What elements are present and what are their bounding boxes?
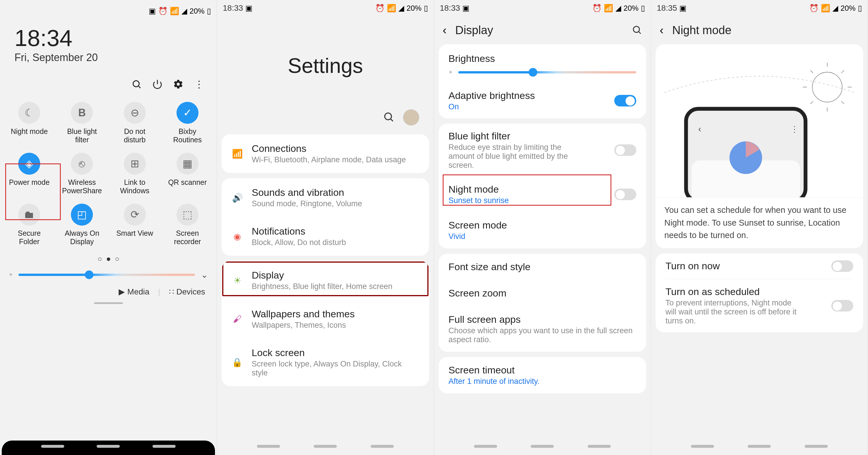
settings-wallpapers[interactable]: 🖌 Wallpapers and themesWallpapers, Theme… [222, 300, 429, 338]
page-dots[interactable] [0, 252, 217, 267]
screen-timeout-row[interactable]: Screen timeoutAfter 1 minute of inactivi… [439, 357, 646, 393]
notification-panel: ▣ ⏰ 📶 ◢ 20% ▯ 18:34 Fri, September 20 ⋮ … [0, 0, 217, 455]
battery-icon: ▯ [424, 4, 428, 13]
full-screen-row[interactable]: Full screen appsChoose which apps you wa… [439, 306, 646, 352]
svg-point-3 [385, 113, 392, 120]
qs-smart-view[interactable]: ⟳Smart View [108, 201, 161, 249]
alarm-icon: ⏰ [592, 4, 601, 13]
search-icon[interactable] [130, 78, 143, 90]
qs-blue-light[interactable]: BBlue light filter [56, 99, 108, 147]
signal-icon: ◢ [181, 7, 187, 15]
alarm-icon: ⏰ [809, 4, 818, 13]
svg-point-18 [730, 141, 762, 174]
nav-recent[interactable] [691, 445, 714, 448]
nav-home[interactable] [314, 445, 337, 448]
qs-recorder[interactable]: ⬚Screen recorder [161, 201, 214, 249]
back-icon[interactable]: ‹ [443, 24, 446, 37]
signal-icon: ◢ [832, 4, 838, 13]
svg-line-4 [391, 119, 393, 121]
battery-text: 20% [840, 4, 856, 13]
screenshot-icon: ▣ [679, 4, 687, 13]
schedule-row[interactable]: Turn on as scheduledTo prevent interrupt… [656, 279, 863, 332]
nav-bar [2, 441, 215, 455]
power-icon[interactable] [151, 78, 163, 90]
blue-light-row[interactable]: Blue light filterReduce eye strain by li… [439, 124, 646, 177]
night-mode-toggle[interactable] [614, 189, 636, 200]
lock-icon: 🔒 [231, 357, 243, 368]
battery-icon: ▯ [858, 4, 862, 13]
nav-recent[interactable] [474, 445, 497, 448]
sound-icon: 🔊 [231, 192, 243, 203]
svg-line-1 [138, 86, 141, 88]
theme-icon: 🖌 [231, 313, 243, 325]
signal-icon: ◢ [398, 4, 404, 13]
wifi-icon: 📶 [170, 7, 179, 15]
battery-text: 20% [406, 4, 422, 13]
nav-home[interactable] [531, 445, 554, 448]
blue-light-toggle[interactable] [614, 144, 636, 156]
status-time: 18:33 [440, 3, 460, 13]
adaptive-brightness-row[interactable]: Adaptive brightnessOn [439, 83, 646, 118]
highlight-night-mode-row [443, 174, 611, 206]
highlight-night-mode [5, 163, 61, 220]
avatar[interactable] [403, 109, 419, 126]
brightness-slider[interactable]: ☀ [439, 69, 646, 83]
adaptive-toggle[interactable] [614, 95, 636, 106]
clock-time: 18:34 [14, 25, 205, 52]
settings-lockscreen[interactable]: 🔒 Lock screenScreen lock type, Always On… [222, 338, 429, 386]
status-time: 18:35 [657, 3, 677, 13]
settings-sounds[interactable]: 🔊 Sounds and vibrationSound mode, Ringto… [222, 178, 429, 217]
alarm-icon: ⏰ [158, 7, 167, 15]
qs-bixby[interactable]: ✓Bixby Routines [161, 99, 214, 147]
svg-point-0 [133, 81, 139, 87]
devices-button[interactable]: ∷ Devices [169, 287, 205, 296]
wifi-icon: 📶 [821, 4, 830, 13]
nav-back[interactable] [153, 445, 176, 448]
font-size-row[interactable]: Font size and style [439, 254, 646, 280]
alarm-icon: ⏰ [375, 4, 384, 13]
gear-icon[interactable] [172, 78, 184, 90]
schedule-toggle[interactable] [831, 300, 853, 312]
clock-date: Fri, September 20 [14, 52, 205, 64]
nav-back[interactable] [805, 445, 828, 448]
svg-point-5 [633, 26, 640, 32]
signal-icon: ◢ [615, 4, 621, 13]
page-title: Settings [217, 16, 434, 109]
svg-line-6 [639, 32, 641, 34]
screenshot-icon: ▣ [245, 4, 253, 13]
nav-back[interactable] [371, 445, 394, 448]
status-time: 18:33 [223, 3, 243, 13]
screen-zoom-row[interactable]: Screen zoom [439, 280, 646, 306]
battery-icon: ▯ [641, 4, 645, 13]
qs-dnd[interactable]: ⊖Do not disturb [108, 99, 161, 147]
qs-powershare[interactable]: ⎋Wireless PowerShare [56, 150, 108, 198]
svg-line-13 [841, 101, 844, 104]
brightness-slider-row[interactable]: ☀ ⌄ [0, 267, 217, 283]
wifi-icon: 📶 [387, 4, 396, 13]
nav-recent[interactable] [41, 445, 64, 448]
qs-qr[interactable]: ▦QR scanner [161, 150, 214, 198]
nav-back[interactable] [588, 445, 611, 448]
wifi-icon: 📶 [604, 4, 613, 13]
notification-icon: ◉ [231, 231, 243, 242]
qs-night-mode[interactable]: ☾Night mode [3, 99, 56, 147]
drag-handle[interactable] [94, 302, 123, 304]
qs-link-windows[interactable]: ⊞Link to Windows [108, 150, 161, 198]
search-icon[interactable] [383, 111, 394, 124]
qs-aod[interactable]: ◰Always On Display [56, 201, 108, 249]
search-icon[interactable] [631, 25, 642, 36]
chevron-down-icon[interactable]: ⌄ [201, 269, 208, 280]
nav-home[interactable] [748, 445, 771, 448]
nav-home[interactable] [97, 445, 120, 448]
nav-recent[interactable] [257, 445, 280, 448]
page-title: Display [455, 24, 623, 37]
highlight-display [222, 261, 429, 296]
media-button[interactable]: ▶ Media [119, 287, 149, 296]
settings-notifications[interactable]: ◉ NotificationsBlock, Allow, Do not dist… [222, 217, 429, 256]
more-icon[interactable]: ⋮ [193, 78, 205, 90]
turn-on-now-row[interactable]: Turn on now [656, 253, 863, 279]
screen-mode-row[interactable]: Screen modeVivid [439, 212, 646, 249]
settings-connections[interactable]: 📶 ConnectionsWi-Fi, Bluetooth, Airplane … [222, 134, 429, 173]
turn-on-toggle[interactable] [831, 260, 853, 272]
back-icon[interactable]: ‹ [660, 24, 663, 37]
